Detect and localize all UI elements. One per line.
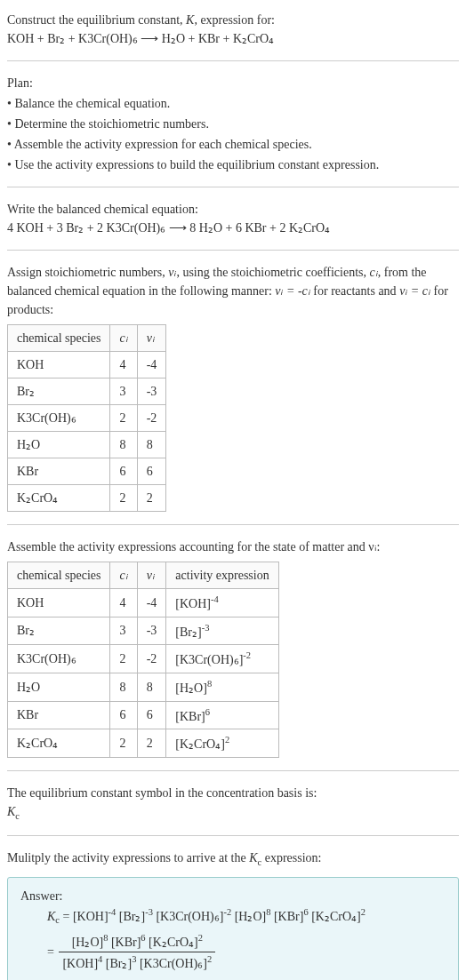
term: [K3Cr(OH)₆]	[140, 957, 207, 970]
term-sup: 8	[103, 933, 108, 943]
stoich-intro-text: , using the stoichiometric coefficients,	[176, 266, 369, 279]
activity-block: Assemble the activity expressions accoun…	[7, 538, 459, 758]
stoich-c: cᵢ	[370, 266, 378, 279]
cell-c: 6	[110, 701, 137, 729]
table-row: K₂CrO₄22[K₂CrO₄]2	[8, 729, 279, 758]
stoich-intro: Assign stoichiometric numbers, νᵢ, using…	[7, 263, 459, 319]
cell-nu: 8	[137, 432, 166, 458]
term-sup: -3	[145, 907, 153, 917]
cell-c: 2	[110, 729, 137, 758]
table-row: H₂O88[H₂O]8	[8, 673, 279, 701]
cell-species: KOH	[8, 352, 110, 378]
expr-base: [KBr]	[175, 709, 205, 722]
header-k: K	[186, 13, 194, 27]
kc-symbol-label: The equilibrium constant symbol in the c…	[7, 784, 459, 802]
answer-label: Answer:	[20, 887, 446, 905]
multiply-block: Mulitply the activity expressions to arr…	[7, 849, 459, 870]
kc-var: K	[47, 910, 55, 923]
term-sup: 6	[141, 933, 145, 943]
col-species: chemical species	[8, 562, 110, 589]
term-sup: 2	[207, 954, 212, 964]
answer-fraction-line: = [H₂O]8 [KBr]6 [K₂CrO₄]2 [KOH]4 [Br₂]3 …	[47, 931, 446, 972]
cell-expr: [H₂O]8	[166, 673, 278, 701]
cell-species: K3Cr(OH)₆	[8, 645, 110, 673]
stoich-block: Assign stoichiometric numbers, νᵢ, using…	[7, 263, 459, 512]
table-row: KBr66	[8, 458, 166, 485]
cell-species: KBr	[8, 458, 110, 485]
plan-block: Plan: • Balance the chemical equation. •…	[7, 74, 459, 174]
term: [KOH]	[73, 910, 108, 923]
cell-nu: -3	[137, 617, 166, 645]
activity-intro: Assemble the activity expressions accoun…	[7, 538, 459, 556]
cell-nu: 2	[137, 729, 166, 758]
header-block: Construct the equilibrium constant, K, e…	[7, 11, 459, 48]
expr-base: [K₂CrO₄]	[175, 737, 225, 751]
cell-nu: -2	[137, 405, 166, 432]
cell-species: H₂O	[8, 432, 110, 458]
table-row: KOH4-4[KOH]-4	[8, 589, 279, 617]
cell-nu: -2	[137, 645, 166, 673]
cell-nu: 6	[137, 701, 166, 729]
answer-box: Answer: Kc = [KOH]-4 [Br₂]-3 [K3Cr(OH)₆]…	[7, 877, 459, 980]
expr-sup: 2	[225, 735, 229, 745]
cell-species: K₂CrO₄	[8, 729, 110, 758]
cell-expr: [K₂CrO₄]2	[166, 729, 278, 758]
cell-c: 4	[110, 589, 137, 617]
term: [KBr]	[274, 910, 303, 923]
col-nu-label: νᵢ	[147, 569, 155, 582]
stoich-intro-text: Assign stoichiometric numbers,	[7, 266, 168, 279]
multiply-kc: K	[249, 851, 257, 864]
term-sup: 2	[198, 933, 203, 943]
col-nu: νᵢ	[137, 325, 166, 352]
plan-item: • Determine the stoichiometric numbers.	[7, 115, 459, 133]
divider	[7, 250, 459, 251]
balanced-block: Write the balanced chemical equation: 4 …	[7, 200, 459, 237]
stoich-table: chemical species cᵢ νᵢ KOH4-4 Br₂3-3 K3C…	[7, 324, 166, 512]
divider	[7, 187, 459, 187]
cell-species: K₂CrO₄	[8, 485, 110, 512]
table-row: K₂CrO₄22	[8, 485, 166, 512]
plan-item: • Assemble the activity expression for e…	[7, 135, 459, 154]
expr-sup: 8	[207, 679, 212, 689]
col-nu-label: νᵢ	[147, 331, 155, 345]
cell-nu: 6	[137, 458, 166, 485]
header-text-1: Construct the equilibrium constant,	[7, 13, 186, 27]
fraction-numerator: [H₂O]8 [KBr]6 [K₂CrO₄]2	[59, 931, 215, 952]
stoich-intro-text: for reactants and	[310, 284, 399, 298]
cell-nu: 2	[137, 485, 166, 512]
term: [Br₂]	[119, 910, 145, 923]
cell-expr: [KBr]6	[166, 701, 278, 729]
col-species: chemical species	[8, 325, 110, 352]
cell-c: 3	[110, 378, 137, 405]
kc-sub: c	[55, 915, 60, 925]
table-row: Br₂3-3	[8, 378, 166, 405]
term: [KBr]	[111, 936, 141, 949]
cell-c: 4	[110, 352, 137, 378]
divider	[7, 60, 459, 61]
cell-species: H₂O	[8, 673, 110, 701]
cell-expr: [KOH]-4	[166, 589, 278, 617]
term: [K3Cr(OH)₆]	[156, 910, 223, 923]
divider	[7, 524, 459, 525]
expr-sup: -3	[202, 623, 210, 633]
table-row: H₂O88	[8, 432, 166, 458]
answer-flat-line: Kc = [KOH]-4 [Br₂]-3 [K3Cr(OH)₆]-2 [H₂O]…	[47, 905, 446, 928]
expr-base: [KOH]	[175, 597, 211, 610]
col-nu: νᵢ	[137, 562, 166, 589]
divider	[7, 835, 459, 836]
table-row: KBr66[KBr]6	[8, 701, 279, 729]
multiply-text-prefix: Mulitply the activity expressions to arr…	[7, 851, 249, 864]
expr-sup: 6	[205, 707, 210, 717]
cell-species: Br₂	[8, 617, 110, 645]
term-sup: 2	[361, 907, 366, 917]
stoich-rel: νᵢ = -cᵢ	[275, 284, 310, 298]
term: [K₂CrO₄]	[311, 910, 361, 923]
col-c: cᵢ	[110, 325, 137, 352]
stoich-rel: νᵢ = cᵢ	[399, 284, 430, 298]
expr-base: [K3Cr(OH)₆]	[175, 653, 243, 666]
header-text-2: , expression for:	[194, 13, 275, 27]
term: [K₂CrO₄]	[149, 936, 198, 949]
divider	[7, 770, 459, 771]
col-c-label: cᵢ	[119, 569, 127, 582]
fraction-denominator: [KOH]4 [Br₂]3 [K3Cr(OH)₆]2	[59, 952, 215, 973]
